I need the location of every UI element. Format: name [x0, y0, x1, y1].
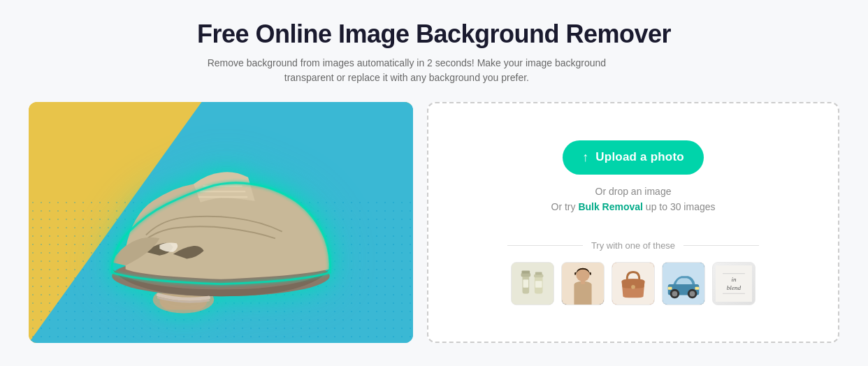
shoe-svg-graphic: [57, 126, 384, 316]
bulk-removal-link[interactable]: Bulk Removal: [578, 201, 643, 212]
page-title: Free Online Image Background Remover: [197, 20, 671, 49]
bulk-suffix: up to 30 images: [643, 201, 716, 212]
svg-point-23: [672, 291, 678, 296]
svg-text:blend: blend: [727, 284, 742, 291]
svg-rect-9: [522, 270, 530, 273]
sample-thumb-text[interactable]: in blend: [712, 262, 755, 305]
svg-point-25: [690, 291, 695, 296]
divider: Try with one of these: [507, 240, 759, 251]
divider-line-left: [507, 245, 583, 246]
svg-rect-13: [523, 279, 528, 288]
svg-rect-17: [581, 280, 585, 284]
bulk-prefix: Or try: [551, 201, 579, 212]
example-image-panel: [29, 102, 413, 343]
upload-photo-button[interactable]: ↑ Upload a photo: [563, 140, 704, 175]
try-label: Try with one of these: [591, 240, 675, 251]
page-wrapper: Free Online Image Background Remover Rem…: [0, 0, 868, 366]
shoe-image: [29, 102, 413, 343]
svg-text:in: in: [731, 276, 737, 283]
svg-rect-28: [716, 265, 752, 302]
svg-rect-26: [668, 286, 672, 289]
header-section: Free Online Image Background Remover Rem…: [197, 20, 671, 85]
sample-thumb-person[interactable]: [561, 262, 605, 305]
main-content: ↑ Upload a photo Or drop an image Or try…: [29, 102, 839, 343]
sample-thumb-bag[interactable]: [612, 262, 655, 305]
drop-text: Or drop an image: [595, 186, 672, 197]
upload-arrow-icon: ↑: [582, 150, 588, 165]
shoe-svg-wrapper: [57, 126, 384, 319]
divider-line-right: [683, 245, 759, 246]
sample-thumb-bottles[interactable]: [511, 262, 554, 305]
sample-images-row: in blend: [511, 262, 755, 305]
svg-point-19: [631, 284, 635, 288]
svg-rect-6: [512, 263, 554, 305]
svg-rect-14: [535, 281, 542, 288]
svg-rect-12: [535, 272, 542, 274]
upload-button-label: Upload a photo: [595, 150, 684, 164]
bulk-removal-text: Or try Bulk Removal up to 30 images: [551, 201, 716, 212]
page-subtitle: Remove background from images automatica…: [197, 56, 616, 85]
upload-panel[interactable]: ↑ Upload a photo Or drop an image Or try…: [427, 102, 839, 343]
sample-thumb-car[interactable]: [662, 262, 705, 305]
svg-rect-27: [695, 286, 699, 289]
